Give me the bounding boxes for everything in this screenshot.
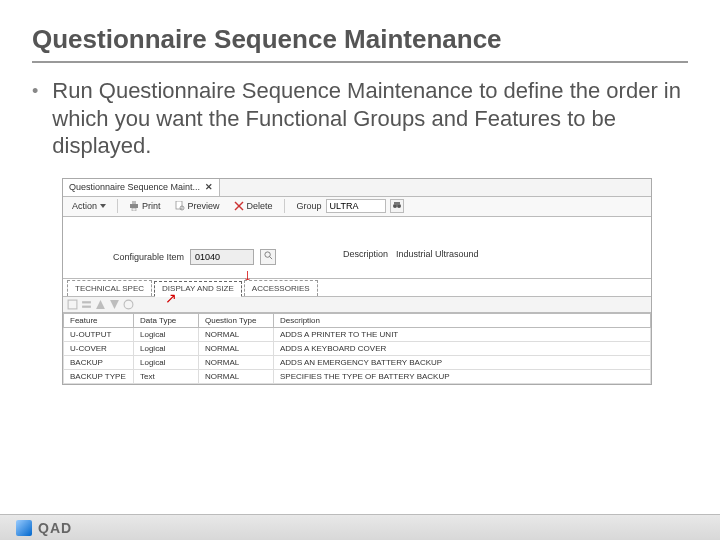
table-row[interactable]: BACKUP Logical NORMAL ADDS AN EMERGENCY … (64, 355, 651, 369)
footer: QAD (0, 514, 720, 540)
cell-datatype: Logical (134, 355, 199, 369)
item-label: Configurable Item (113, 252, 184, 262)
cell-desc: ADDS AN EMERGENCY BATTERY BACKUP (274, 355, 651, 369)
tab-label: ACCESSORIES (252, 284, 310, 293)
grid-tool-icon[interactable] (123, 299, 134, 310)
cell-qtype: NORMAL (199, 327, 274, 341)
grid-toolbar (63, 297, 651, 313)
svg-line-11 (269, 256, 272, 259)
header-area: Configurable Item Description Industrial… (63, 217, 651, 279)
table-row[interactable]: U-OUTPUT Logical NORMAL ADDS A PRINTER T… (64, 327, 651, 341)
bullet-text: Run Questionnaire Sequence Maintenance t… (52, 77, 688, 160)
sub-tabs: TECHNICAL SPEC DISPLAY AND SIZE ↗ ACCESS… (63, 279, 651, 297)
tab-display-and-size[interactable]: DISPLAY AND SIZE ↗ (154, 281, 242, 297)
grid-tool-icon[interactable] (95, 299, 106, 310)
preview-icon (175, 201, 185, 211)
svg-rect-1 (132, 201, 136, 204)
bullet-icon: • (32, 77, 38, 105)
delete-label: Delete (247, 201, 273, 211)
separator (284, 199, 285, 213)
table-row[interactable]: U-COVER Logical NORMAL ADDS A KEYBOARD C… (64, 341, 651, 355)
delete-button[interactable]: Delete (229, 198, 278, 214)
desc-value: Industrial Ultrasound (396, 249, 479, 259)
cell-qtype: NORMAL (199, 355, 274, 369)
svg-rect-12 (68, 300, 77, 309)
cell-desc: SPECIFIES THE TYPE OF BATTERY BACKUP (274, 369, 651, 383)
cell-datatype: Text (134, 369, 199, 383)
action-label: Action (72, 201, 97, 211)
grid-tool-icon[interactable] (67, 299, 78, 310)
cell-qtype: NORMAL (199, 341, 274, 355)
preview-button[interactable]: Preview (170, 198, 225, 214)
qad-logo-icon (16, 520, 32, 536)
action-menu[interactable]: Action (67, 198, 111, 214)
window-tab[interactable]: Questionnaire Sequence Maint... ✕ (63, 179, 220, 196)
svg-point-15 (124, 300, 133, 309)
feature-grid: Feature Data Type Question Type Descript… (63, 313, 651, 384)
binoculars-icon (392, 200, 402, 212)
svg-rect-0 (130, 204, 138, 208)
cell-qtype: NORMAL (199, 369, 274, 383)
cell-datatype: Logical (134, 341, 199, 355)
svg-rect-14 (82, 305, 91, 307)
separator (117, 199, 118, 213)
group-search-button[interactable] (390, 199, 404, 213)
grid-tool-icon[interactable] (81, 299, 92, 310)
close-icon[interactable]: ✕ (205, 182, 213, 192)
cell-feature: BACKUP (64, 355, 134, 369)
tab-accessories[interactable]: ACCESSORIES (244, 280, 318, 296)
page-title: Questionnaire Sequence Maintenance (32, 24, 688, 63)
print-button[interactable]: Print (124, 198, 166, 214)
svg-rect-2 (132, 208, 136, 211)
svg-rect-3 (176, 201, 182, 209)
table-header-row: Feature Data Type Question Type Descript… (64, 313, 651, 327)
arrow-down-icon: ↓ (243, 270, 252, 280)
table-row[interactable]: BACKUP TYPE Text NORMAL SPECIFIES THE TY… (64, 369, 651, 383)
printer-icon (129, 201, 139, 211)
svg-rect-13 (82, 301, 91, 303)
delete-icon (234, 201, 244, 211)
item-search-button[interactable] (260, 249, 276, 265)
window-tabstrip: Questionnaire Sequence Maint... ✕ (63, 179, 651, 197)
cell-feature: U-OUTPUT (64, 327, 134, 341)
brand-text: QAD (38, 520, 72, 536)
col-description[interactable]: Description (274, 313, 651, 327)
tab-technical-spec[interactable]: TECHNICAL SPEC (67, 280, 152, 296)
cell-datatype: Logical (134, 327, 199, 341)
cell-desc: ADDS A KEYBOARD COVER (274, 341, 651, 355)
chevron-down-icon (100, 204, 106, 208)
cell-feature: BACKUP TYPE (64, 369, 134, 383)
grid-tool-icon[interactable] (109, 299, 120, 310)
cell-feature: U-COVER (64, 341, 134, 355)
group-input[interactable] (326, 199, 386, 213)
tab-label: TECHNICAL SPEC (75, 284, 144, 293)
col-datatype[interactable]: Data Type (134, 313, 199, 327)
svg-rect-9 (394, 202, 400, 205)
app-window: Questionnaire Sequence Maint... ✕ Action… (62, 178, 652, 385)
toolbar: Action Print Preview Delete (63, 197, 651, 217)
preview-label: Preview (188, 201, 220, 211)
col-feature[interactable]: Feature (64, 313, 134, 327)
search-icon (264, 251, 273, 262)
desc-label: Description (343, 249, 388, 259)
col-qtype[interactable]: Question Type (199, 313, 274, 327)
item-input[interactable] (190, 249, 254, 265)
window-tab-label: Questionnaire Sequence Maint... (69, 182, 200, 192)
group-label: Group (297, 201, 322, 211)
print-label: Print (142, 201, 161, 211)
arrow-up-icon: ↗ (165, 290, 177, 306)
cell-desc: ADDS A PRINTER TO THE UNIT (274, 327, 651, 341)
